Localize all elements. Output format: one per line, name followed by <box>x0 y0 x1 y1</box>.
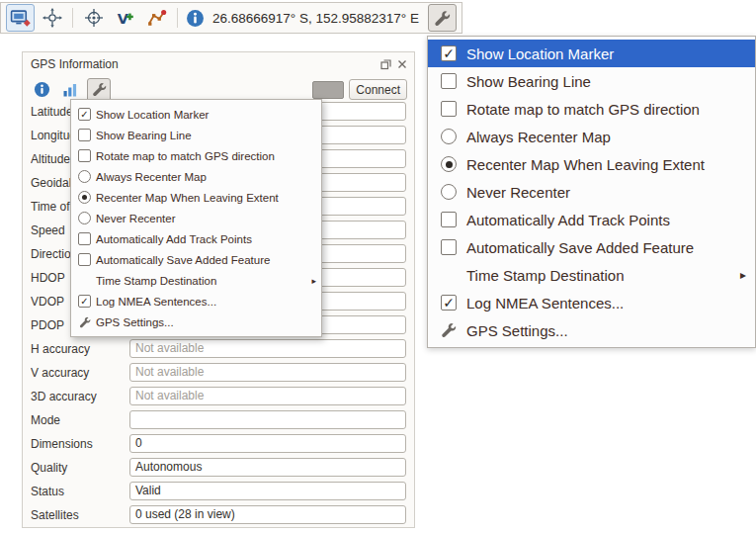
field-3d-accuracy[interactable]: Not available <box>129 387 406 405</box>
field-label: Mode <box>31 413 129 427</box>
unchecked-checkbox-icon <box>76 127 93 143</box>
unchecked-checkbox-icon <box>437 208 461 231</box>
add-vertex-button[interactable]: V <box>111 4 139 32</box>
menu-item-label: Show Bearing Line <box>96 130 192 141</box>
menu-item-label: GPS Settings... <box>96 316 174 328</box>
checked-checkbox-icon: ✓ <box>76 106 93 123</box>
connect-button[interactable]: Connect <box>349 79 407 100</box>
menu-item-label: Rotate map to match GPS direction <box>466 101 700 118</box>
add-track-point-button[interactable] <box>142 4 171 32</box>
menu-item-never-recenter[interactable]: Never Recenter <box>428 178 755 206</box>
field-v-accuracy[interactable]: Not available <box>129 363 406 382</box>
menu-item-label: GPS Settings... <box>466 322 568 339</box>
menu-item-time-stamp-destination[interactable]: Time Stamp Destination▸ <box>428 261 755 289</box>
gps-status-indicator[interactable] <box>312 81 344 99</box>
menu-item-label: Automatically Save Added Feature <box>466 239 694 256</box>
field-label: Quality <box>31 461 129 475</box>
menu-item-always-recenter-map[interactable]: Always Recenter Map <box>71 166 321 187</box>
menu-item-label: Automatically Save Added Feature <box>96 254 270 266</box>
gps-coordinates-display: 26.68666917° S, 152.95882317° E <box>212 11 419 26</box>
field-satellites[interactable]: 0 used (28 in view) <box>129 505 406 524</box>
wrench-icon <box>434 10 451 27</box>
menu-item-rotate-map-to-match-gps-direction[interactable]: Rotate map to match GPS direction <box>428 95 755 123</box>
add-vertex-icon: V <box>116 8 135 28</box>
crosshair-dot-icon <box>84 8 104 28</box>
menu-icon-spacer <box>437 263 461 287</box>
form-row-v-accuracy: V accuracyNot available <box>31 363 406 382</box>
unchecked-checkbox-icon <box>437 235 461 259</box>
gps-options-menu-expanded: ✓Show Location MarkerShow Bearing LineRo… <box>427 36 756 348</box>
menu-item-show-bearing-line[interactable]: Show Bearing Line <box>71 125 321 145</box>
field-label: H accuracy <box>31 342 129 356</box>
menu-item-gps-settings[interactable]: GPS Settings... <box>71 312 321 332</box>
menu-item-never-recenter[interactable]: Never Recenter <box>71 208 321 228</box>
menu-item-label: Show Location Marker <box>96 109 209 121</box>
field-h-accuracy[interactable]: Not available <box>129 339 406 358</box>
menu-item-show-bearing-line[interactable]: Show Bearing Line <box>428 67 755 95</box>
toolbar-separator <box>177 8 178 28</box>
menu-item-log-nmea-sentences[interactable]: ✓Log NMEA Sentences... <box>71 291 321 312</box>
menu-item-automatically-save-added-feature[interactable]: Automatically Save Added Feature <box>71 249 321 270</box>
unselected-radio-icon <box>76 210 93 226</box>
menu-item-gps-settings[interactable]: GPS Settings... <box>428 316 755 344</box>
field-label: Status <box>31 485 129 498</box>
menu-item-automatically-add-track-points[interactable]: Automatically Add Track Points <box>428 206 755 233</box>
gps-information-toggle-button[interactable] <box>6 4 35 32</box>
checked-checkbox-icon: ✓ <box>437 291 461 314</box>
menu-item-always-recenter-map[interactable]: Always Recenter Map <box>428 123 755 150</box>
float-icon <box>380 59 391 70</box>
menu-item-time-stamp-destination[interactable]: Time Stamp Destination▸ <box>71 270 321 291</box>
close-panel-button[interactable] <box>396 58 408 70</box>
field-label: 3D accuracy <box>31 390 129 403</box>
menu-item-recenter-map-when-leaving-extent[interactable]: Recenter Map When Leaving Extent <box>428 150 755 178</box>
menu-item-log-nmea-sentences[interactable]: ✓Log NMEA Sentences... <box>428 289 755 316</box>
unselected-radio-icon <box>437 180 461 204</box>
wrench-icon <box>76 313 93 330</box>
info-icon <box>184 7 206 29</box>
track-line-icon <box>147 8 167 28</box>
field-quality[interactable]: Autonomous <box>129 458 406 477</box>
checked-checkbox-icon: ✓ <box>437 42 461 65</box>
menu-item-automatically-save-added-feature[interactable]: Automatically Save Added Feature <box>428 233 755 261</box>
float-panel-button[interactable] <box>379 58 391 70</box>
panel-window-controls <box>379 58 408 70</box>
form-row-status: StatusValid <box>31 482 406 500</box>
field-label: V accuracy <box>31 366 129 380</box>
menu-item-label: Always Recenter Map <box>96 171 207 183</box>
menu-item-rotate-map-to-match-gps-direction[interactable]: Rotate map to match GPS direction <box>71 145 321 166</box>
form-row-satellites: Satellites0 used (28 in view) <box>31 505 406 524</box>
menu-item-label: Log NMEA Sentences... <box>96 296 216 308</box>
unchecked-checkbox-icon <box>437 97 461 121</box>
menu-item-show-location-marker[interactable]: ✓Show Location Marker <box>71 104 321 125</box>
wrench-icon <box>92 82 107 97</box>
position-info-button[interactable] <box>30 78 53 102</box>
menu-item-label: Never Recenter <box>466 184 570 201</box>
menu-item-automatically-add-track-points[interactable]: Automatically Add Track Points <box>71 228 321 249</box>
submenu-arrow-icon: ▸ <box>311 276 316 286</box>
menu-item-label: Recenter Map When Leaving Extent <box>96 192 279 204</box>
menu-item-label: Automatically Add Track Points <box>96 233 252 245</box>
recenter-map-button[interactable] <box>38 4 66 32</box>
toolbar-separator <box>72 8 73 28</box>
menu-item-label: Rotate map to match GPS direction <box>96 150 275 162</box>
menu-item-show-location-marker[interactable]: ✓Show Location Marker <box>428 40 755 67</box>
gps-options-menu: ✓Show Location MarkerShow Bearing LineRo… <box>70 99 322 337</box>
gps-location-tool-button[interactable] <box>79 4 108 32</box>
field-label: Dimensions <box>31 437 129 451</box>
field-label: Satellites <box>31 508 129 522</box>
gps-options-button[interactable] <box>87 78 111 102</box>
gps-settings-menu-button[interactable] <box>428 4 457 32</box>
signal-strength-button[interactable] <box>58 78 82 102</box>
info-icon <box>34 81 50 98</box>
menu-item-label: Time Stamp Destination <box>96 275 216 287</box>
unchecked-checkbox-icon <box>76 230 93 247</box>
field-mode[interactable] <box>129 410 406 429</box>
submenu-arrow-icon: ▸ <box>740 268 746 282</box>
menu-item-label: Log NMEA Sentences... <box>466 295 624 312</box>
field-status[interactable]: Valid <box>129 482 406 500</box>
field-dimensions[interactable]: 0 <box>129 434 406 453</box>
menu-item-label: Always Recenter Map <box>466 129 611 145</box>
menu-item-recenter-map-when-leaving-extent[interactable]: Recenter Map When Leaving Extent <box>71 187 321 208</box>
main-toolbar: V 26.68666917° S, 152.95882317° E <box>0 2 462 34</box>
panel-toolbar: Connect <box>23 74 414 102</box>
